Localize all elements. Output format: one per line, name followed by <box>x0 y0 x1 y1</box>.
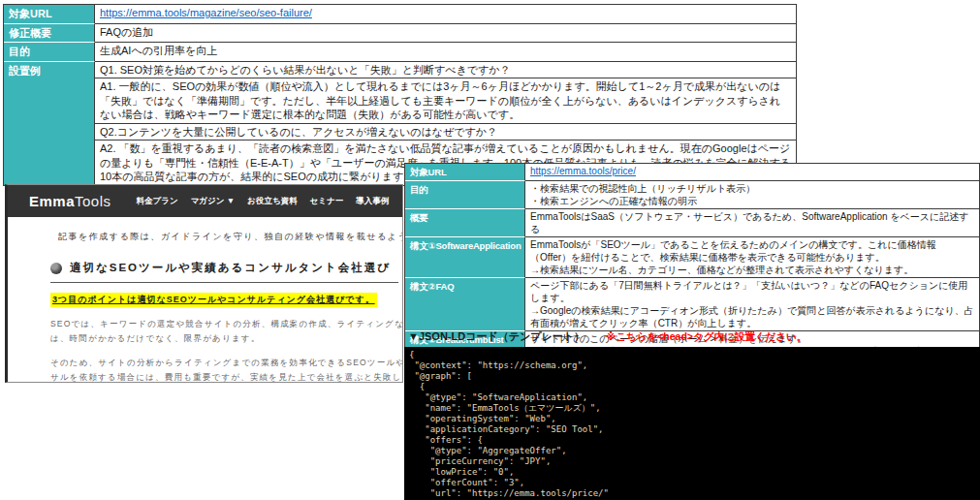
nav-item-case-studies[interactable]: 導入事例 <box>356 196 389 207</box>
site-navbar: EmmaTools 料金プラン マガジン ▼ お役立ち資料 セミナー 導入事例 … <box>8 185 402 217</box>
row-label-target-url-2: 対象URL <box>405 164 525 181</box>
jsonld-title: ▼JSON-LDコード（テンプレート） <box>408 330 585 342</box>
purpose-2-cell: ・検索結果での視認性向上（リッチリザルト表示） ・検索エンジンへの正確な情報の明… <box>525 181 979 209</box>
article-heading: 適切なSEOツールや実績あるコンサルタント会社選び <box>50 261 398 283</box>
example-q2-cell: Q2.コンテンツを大量に公開しているのに、アクセスが増えないのはなぜですか？ <box>95 124 796 141</box>
row-label-syntax1-softwareapplication: 構文①SoftwareApplication <box>405 237 525 278</box>
article-heading-text: 適切なSEOツールや実績あるコンサルタント会社選び <box>70 261 391 275</box>
logo-emma: Emma <box>29 193 75 209</box>
example-q1-cell: Q1. SEO対策を始めてからどのくらい結果が出ないと「失敗」と判断すべきですか… <box>95 62 796 79</box>
nav-item-magazine[interactable]: マガジン ▼ <box>191 196 236 207</box>
purpose-cell: 生成AIへの引用率を向上 <box>95 43 796 62</box>
jsonld-placement-note: ※こちらを<head>タグ内に設置ください。 <box>606 330 806 342</box>
row-label-purpose-2: 目的 <box>405 181 525 209</box>
nav-item-free-diagnosis[interactable]: コンテンツ無料診断 <box>401 196 403 207</box>
row-label-syntax2-faq: 構文②FAQ <box>405 278 525 331</box>
target-url-link[interactable]: https://emma.tools/magazine/seo/seo-fail… <box>100 7 312 18</box>
row-label-target-url: 対象URL <box>4 5 95 24</box>
article-paragraph-1: SEOでは、キーワードの選定や競合サイトの分析、構成案の作成、ライティングなどい… <box>50 317 402 346</box>
article-intro-text: 記事を作成する際は、ガイドラインを守り、独自の経験や情報を載せるようにしましょう… <box>58 231 402 243</box>
target-url-cell: https://emma.tools/magazine/seo/seo-fail… <box>95 5 796 24</box>
seo-failure-table: 対象URL https://emma.tools/magazine/seo/se… <box>3 4 797 186</box>
row-label-purpose: 目的 <box>4 43 95 62</box>
nav-item-seminar[interactable]: セミナー <box>310 196 344 207</box>
syntax1-cell: EmmaToolsが「SEOツール」であることを伝えるためのメインの構文です。こ… <box>525 237 979 278</box>
syntax2-cell: ページ下部にある「7日間無料トライアルとは？」「支払いはいつ？」などのFAQセク… <box>525 278 979 331</box>
target-url-2-cell: https://emma.tools/price/ <box>525 164 979 181</box>
article-paragraph-2: そのため、サイトの分析からライティングまでの業務を効率化できるSEOツールや、業… <box>50 356 402 383</box>
price-url-link[interactable]: https://emma.tools/price/ <box>530 166 636 176</box>
jsonld-code-block: { "@context": "https://schema.org", "@gr… <box>404 347 980 500</box>
fix-overview-cell: FAQの追加 <box>95 24 796 44</box>
nav-item-pricing[interactable]: 料金プラン <box>137 196 178 207</box>
memo-icon <box>50 263 62 274</box>
summary-cell: EmmaToolsはSaaS（ソフトウェア・サービス）であるため、Softwar… <box>525 209 979 237</box>
row-label-summary: 概要 <box>405 209 525 237</box>
nav-item-resources[interactable]: お役立ち資料 <box>247 196 297 207</box>
logo-tools: Tools <box>75 193 111 209</box>
emmatools-site-screenshot: EmmaTools 料金プラン マガジン ▼ お役立ち資料 セミナー 導入事例 … <box>5 184 403 383</box>
jsonld-code-text: { "@context": "https://schema.org", "@gr… <box>404 347 980 499</box>
example-a1-cell: A1. 一般的に、SEOの効果が数値（順位や流入）として現れるまでには3ヶ月～6… <box>95 78 796 124</box>
jsonld-section-header: ▼JSON-LDコード（テンプレート）※こちらを<head>タグ内に設置ください… <box>408 329 806 344</box>
row-label-examples: 設置例 <box>4 62 95 185</box>
row-label-fix-overview: 修正概要 <box>4 24 95 44</box>
site-article-content: 記事を作成する際は、ガイドラインを守り、独自の経験や情報を載せるようにしましょう… <box>8 217 402 383</box>
emmatools-logo[interactable]: EmmaTools <box>29 193 111 209</box>
highlighted-point-text: 3つ目のポイントは適切なSEOツールやコンサルティング会社選びです。 <box>50 293 377 307</box>
site-nav-menu: 料金プラン マガジン ▼ お役立ち資料 セミナー 導入事例 コンテンツ無料診断 <box>137 196 403 207</box>
